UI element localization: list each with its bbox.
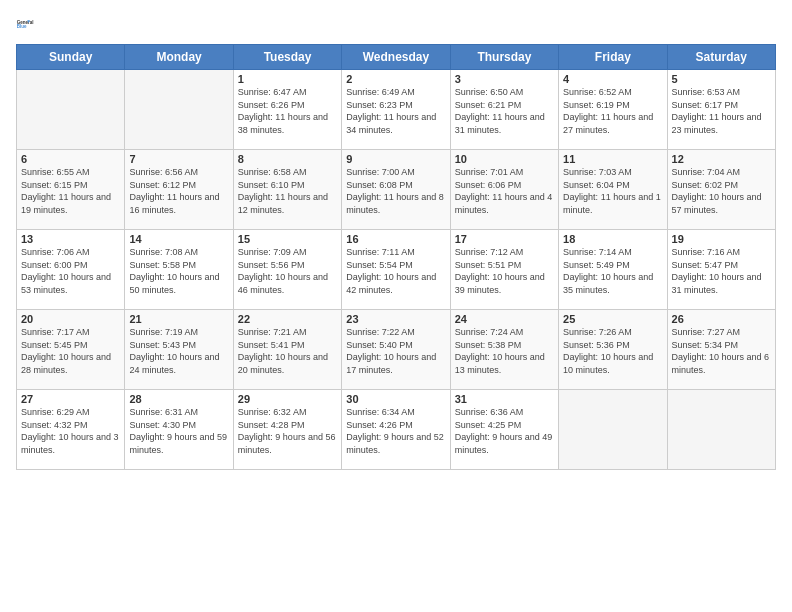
- calendar-cell: 23Sunrise: 7:22 AM Sunset: 5:40 PM Dayli…: [342, 310, 450, 390]
- day-info: Sunrise: 7:17 AM Sunset: 5:45 PM Dayligh…: [21, 326, 120, 376]
- calendar-cell: 8Sunrise: 6:58 AM Sunset: 6:10 PM Daylig…: [233, 150, 341, 230]
- day-number: 3: [455, 73, 554, 85]
- day-info: Sunrise: 7:16 AM Sunset: 5:47 PM Dayligh…: [672, 246, 771, 296]
- day-info: Sunrise: 6:31 AM Sunset: 4:30 PM Dayligh…: [129, 406, 228, 456]
- calendar-week-2: 6Sunrise: 6:55 AM Sunset: 6:15 PM Daylig…: [17, 150, 776, 230]
- calendar-table: SundayMondayTuesdayWednesdayThursdayFrid…: [16, 44, 776, 470]
- day-number: 20: [21, 313, 120, 325]
- day-info: Sunrise: 6:55 AM Sunset: 6:15 PM Dayligh…: [21, 166, 120, 216]
- day-number: 29: [238, 393, 337, 405]
- calendar-cell: 3Sunrise: 6:50 AM Sunset: 6:21 PM Daylig…: [450, 70, 558, 150]
- day-number: 2: [346, 73, 445, 85]
- calendar-cell: 2Sunrise: 6:49 AM Sunset: 6:23 PM Daylig…: [342, 70, 450, 150]
- calendar-cell: 12Sunrise: 7:04 AM Sunset: 6:02 PM Dayli…: [667, 150, 775, 230]
- day-number: 5: [672, 73, 771, 85]
- day-info: Sunrise: 7:06 AM Sunset: 6:00 PM Dayligh…: [21, 246, 120, 296]
- day-info: Sunrise: 6:58 AM Sunset: 6:10 PM Dayligh…: [238, 166, 337, 216]
- day-info: Sunrise: 7:01 AM Sunset: 6:06 PM Dayligh…: [455, 166, 554, 216]
- day-info: Sunrise: 7:09 AM Sunset: 5:56 PM Dayligh…: [238, 246, 337, 296]
- day-number: 17: [455, 233, 554, 245]
- day-info: Sunrise: 7:11 AM Sunset: 5:54 PM Dayligh…: [346, 246, 445, 296]
- day-number: 16: [346, 233, 445, 245]
- calendar-cell: 4Sunrise: 6:52 AM Sunset: 6:19 PM Daylig…: [559, 70, 667, 150]
- calendar-cell: 14Sunrise: 7:08 AM Sunset: 5:58 PM Dayli…: [125, 230, 233, 310]
- day-info: Sunrise: 7:26 AM Sunset: 5:36 PM Dayligh…: [563, 326, 662, 376]
- day-info: Sunrise: 7:22 AM Sunset: 5:40 PM Dayligh…: [346, 326, 445, 376]
- day-number: 6: [21, 153, 120, 165]
- col-header-monday: Monday: [125, 45, 233, 70]
- day-info: Sunrise: 7:24 AM Sunset: 5:38 PM Dayligh…: [455, 326, 554, 376]
- calendar-cell: 19Sunrise: 7:16 AM Sunset: 5:47 PM Dayli…: [667, 230, 775, 310]
- day-number: 24: [455, 313, 554, 325]
- day-number: 10: [455, 153, 554, 165]
- calendar-cell: 15Sunrise: 7:09 AM Sunset: 5:56 PM Dayli…: [233, 230, 341, 310]
- calendar-cell: 20Sunrise: 7:17 AM Sunset: 5:45 PM Dayli…: [17, 310, 125, 390]
- day-number: 1: [238, 73, 337, 85]
- col-header-sunday: Sunday: [17, 45, 125, 70]
- day-number: 25: [563, 313, 662, 325]
- day-info: Sunrise: 7:00 AM Sunset: 6:08 PM Dayligh…: [346, 166, 445, 216]
- calendar-cell: [667, 390, 775, 470]
- calendar-cell: 29Sunrise: 6:32 AM Sunset: 4:28 PM Dayli…: [233, 390, 341, 470]
- calendar-body: 1Sunrise: 6:47 AM Sunset: 6:26 PM Daylig…: [17, 70, 776, 470]
- day-number: 22: [238, 313, 337, 325]
- calendar-cell: 30Sunrise: 6:34 AM Sunset: 4:26 PM Dayli…: [342, 390, 450, 470]
- day-number: 13: [21, 233, 120, 245]
- calendar-cell: 24Sunrise: 7:24 AM Sunset: 5:38 PM Dayli…: [450, 310, 558, 390]
- col-header-thursday: Thursday: [450, 45, 558, 70]
- day-number: 31: [455, 393, 554, 405]
- calendar-cell: [125, 70, 233, 150]
- calendar-cell: [17, 70, 125, 150]
- calendar-cell: 18Sunrise: 7:14 AM Sunset: 5:49 PM Dayli…: [559, 230, 667, 310]
- day-number: 19: [672, 233, 771, 245]
- col-header-tuesday: Tuesday: [233, 45, 341, 70]
- day-number: 23: [346, 313, 445, 325]
- day-number: 14: [129, 233, 228, 245]
- day-info: Sunrise: 7:08 AM Sunset: 5:58 PM Dayligh…: [129, 246, 228, 296]
- calendar-cell: 27Sunrise: 6:29 AM Sunset: 4:32 PM Dayli…: [17, 390, 125, 470]
- calendar-header-row: SundayMondayTuesdayWednesdayThursdayFrid…: [17, 45, 776, 70]
- calendar-cell: 7Sunrise: 6:56 AM Sunset: 6:12 PM Daylig…: [125, 150, 233, 230]
- calendar-cell: [559, 390, 667, 470]
- day-number: 30: [346, 393, 445, 405]
- calendar-cell: 17Sunrise: 7:12 AM Sunset: 5:51 PM Dayli…: [450, 230, 558, 310]
- calendar-cell: 13Sunrise: 7:06 AM Sunset: 6:00 PM Dayli…: [17, 230, 125, 310]
- calendar-cell: 1Sunrise: 6:47 AM Sunset: 6:26 PM Daylig…: [233, 70, 341, 150]
- day-number: 21: [129, 313, 228, 325]
- calendar-cell: 28Sunrise: 6:31 AM Sunset: 4:30 PM Dayli…: [125, 390, 233, 470]
- day-info: Sunrise: 7:19 AM Sunset: 5:43 PM Dayligh…: [129, 326, 228, 376]
- calendar-cell: 16Sunrise: 7:11 AM Sunset: 5:54 PM Dayli…: [342, 230, 450, 310]
- day-number: 26: [672, 313, 771, 325]
- day-info: Sunrise: 6:29 AM Sunset: 4:32 PM Dayligh…: [21, 406, 120, 456]
- day-info: Sunrise: 6:36 AM Sunset: 4:25 PM Dayligh…: [455, 406, 554, 456]
- svg-text:Blue: Blue: [17, 24, 27, 29]
- day-info: Sunrise: 7:04 AM Sunset: 6:02 PM Dayligh…: [672, 166, 771, 216]
- day-info: Sunrise: 7:21 AM Sunset: 5:41 PM Dayligh…: [238, 326, 337, 376]
- calendar-cell: 6Sunrise: 6:55 AM Sunset: 6:15 PM Daylig…: [17, 150, 125, 230]
- day-info: Sunrise: 6:52 AM Sunset: 6:19 PM Dayligh…: [563, 86, 662, 136]
- day-info: Sunrise: 7:27 AM Sunset: 5:34 PM Dayligh…: [672, 326, 771, 376]
- day-info: Sunrise: 7:03 AM Sunset: 6:04 PM Dayligh…: [563, 166, 662, 216]
- day-number: 7: [129, 153, 228, 165]
- day-number: 27: [21, 393, 120, 405]
- day-number: 28: [129, 393, 228, 405]
- calendar-cell: 5Sunrise: 6:53 AM Sunset: 6:17 PM Daylig…: [667, 70, 775, 150]
- day-number: 4: [563, 73, 662, 85]
- calendar-cell: 11Sunrise: 7:03 AM Sunset: 6:04 PM Dayli…: [559, 150, 667, 230]
- day-info: Sunrise: 7:12 AM Sunset: 5:51 PM Dayligh…: [455, 246, 554, 296]
- col-header-friday: Friday: [559, 45, 667, 70]
- calendar-cell: 10Sunrise: 7:01 AM Sunset: 6:06 PM Dayli…: [450, 150, 558, 230]
- day-info: Sunrise: 6:34 AM Sunset: 4:26 PM Dayligh…: [346, 406, 445, 456]
- calendar-cell: 31Sunrise: 6:36 AM Sunset: 4:25 PM Dayli…: [450, 390, 558, 470]
- day-info: Sunrise: 6:56 AM Sunset: 6:12 PM Dayligh…: [129, 166, 228, 216]
- calendar-cell: 22Sunrise: 7:21 AM Sunset: 5:41 PM Dayli…: [233, 310, 341, 390]
- day-number: 11: [563, 153, 662, 165]
- day-info: Sunrise: 6:50 AM Sunset: 6:21 PM Dayligh…: [455, 86, 554, 136]
- day-number: 8: [238, 153, 337, 165]
- day-info: Sunrise: 7:14 AM Sunset: 5:49 PM Dayligh…: [563, 246, 662, 296]
- calendar-week-3: 13Sunrise: 7:06 AM Sunset: 6:00 PM Dayli…: [17, 230, 776, 310]
- day-number: 18: [563, 233, 662, 245]
- calendar-cell: 9Sunrise: 7:00 AM Sunset: 6:08 PM Daylig…: [342, 150, 450, 230]
- day-info: Sunrise: 6:32 AM Sunset: 4:28 PM Dayligh…: [238, 406, 337, 456]
- day-number: 9: [346, 153, 445, 165]
